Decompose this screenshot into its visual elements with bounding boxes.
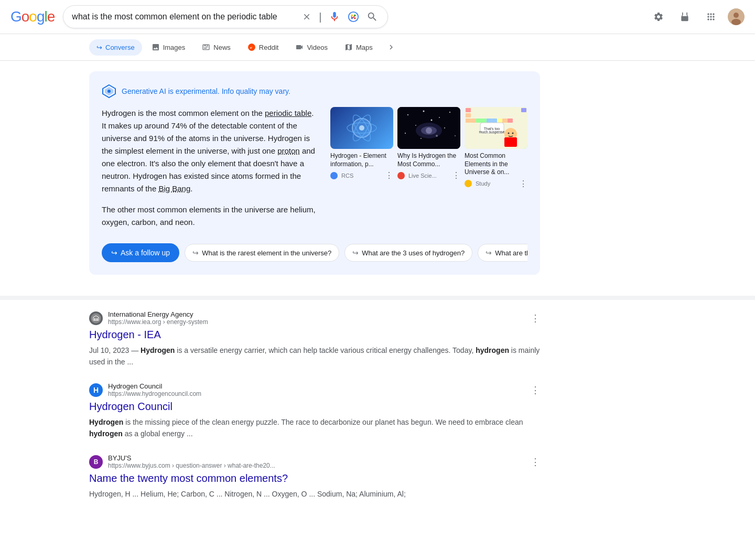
hc-favicon: H <box>89 383 103 397</box>
byju-more-options[interactable]: ⋮ <box>531 456 540 468</box>
svg-text:r/: r/ <box>250 46 252 49</box>
svg-point-22 <box>449 112 450 113</box>
ai-image-thumb-3: That's too much suspense <box>465 107 527 149</box>
hc-source-info: Hydrogen Council https://www.hydrogencou… <box>108 382 525 397</box>
ai-images: Hydrogen - Element information, p... RCS… <box>330 107 527 237</box>
news-icon <box>202 43 210 51</box>
hc-result-snippet: Hydrogen is the missing piece of the cle… <box>89 416 540 439</box>
videos-icon <box>295 43 304 51</box>
avatar[interactable] <box>728 8 745 25</box>
hc-more-options[interactable]: ⋮ <box>531 384 540 396</box>
maps-icon <box>344 43 353 51</box>
svg-rect-55 <box>96 318 98 320</box>
image-more-options-3[interactable]: ⋮ <box>519 179 527 189</box>
svg-point-27 <box>405 133 406 134</box>
result-source-byju: B BYJU'S https://www.byjus.com › questio… <box>89 454 540 469</box>
svg-point-28 <box>420 138 422 139</box>
ai-text: Hydrogen is the most common element on t… <box>102 107 320 237</box>
ask-followup-button[interactable]: ↪ Ask a follow up <box>102 243 179 262</box>
svg-point-6 <box>734 13 739 18</box>
image-more-options-2[interactable]: ⋮ <box>452 170 460 180</box>
iea-favicon <box>89 311 103 325</box>
tab-news[interactable]: News <box>195 39 238 56</box>
chip-arrow-icon-2: ↪ <box>352 249 359 257</box>
header-right <box>649 7 745 26</box>
svg-point-32 <box>426 127 432 134</box>
settings-button[interactable] <box>649 7 668 26</box>
hc-source-name: Hydrogen Council <box>108 382 525 390</box>
tab-reddit[interactable]: r/ Reddit <box>240 39 286 56</box>
ai-image-source-3: Study ⋮ <box>465 179 527 189</box>
iea-source-url: https://www.iea.org › energy-system <box>108 318 525 326</box>
tab-images[interactable]: Images <box>144 39 193 56</box>
iea-result-title[interactable]: Hydrogen - IEA <box>89 328 540 341</box>
svg-point-53 <box>91 314 101 323</box>
svg-rect-44 <box>502 119 508 123</box>
svg-point-25 <box>444 127 445 128</box>
svg-rect-36 <box>466 113 471 117</box>
ai-image-card-3[interactable]: That's too much suspense Most Common Ele… <box>465 107 527 237</box>
iea-more-options[interactable]: ⋮ <box>531 313 540 324</box>
byju-favicon: B <box>89 455 103 469</box>
svg-point-12 <box>107 90 111 93</box>
main-content: Generative AI is experimental. Info qual… <box>0 61 629 296</box>
more-tabs-button[interactable] <box>382 38 400 56</box>
followup-chip-2[interactable]: ↪ What are the 3 uses of hydrogen? <box>344 244 472 262</box>
iea-source-info: International Energy Agency https://www.… <box>108 310 525 326</box>
hc-result-title[interactable]: Hydrogen Council <box>89 400 540 413</box>
search-input[interactable]: what is the most common element on the p… <box>72 12 296 21</box>
svg-point-3 <box>351 17 353 19</box>
byju-result-title[interactable]: Name the twenty most common elements? <box>89 471 540 485</box>
svg-rect-47 <box>504 137 517 147</box>
ai-image-title-1: Hydrogen - Element information, p... <box>330 152 393 168</box>
ai-answer-box: Generative AI is experimental. Info qual… <box>89 71 540 275</box>
followup-chip-1[interactable]: ↪ What is the rarest element in the univ… <box>185 244 339 262</box>
tabs-bar: ↪ Converse Images News r/ Reddit Videos … <box>0 34 755 61</box>
ai-label: Generative AI is experimental. Info qual… <box>122 87 290 95</box>
byju-source-url: https://www.byjus.com › question-answer … <box>108 462 525 469</box>
svg-point-19 <box>407 114 408 115</box>
converse-arrow-icon: ↪ <box>96 44 102 51</box>
svg-rect-38 <box>471 119 476 123</box>
google-logo[interactable]: Google <box>10 8 55 25</box>
search-bar: what is the most common element on the p… <box>63 5 388 28</box>
tab-converse[interactable]: ↪ Converse <box>89 39 142 56</box>
search-bar-container: what is the most common element on the p… <box>63 5 388 28</box>
iea-source-name: International Energy Agency <box>108 310 525 318</box>
svg-point-20 <box>423 111 425 112</box>
result-item-byju: B BYJU'S https://www.byjus.com › questio… <box>89 454 540 500</box>
followup-bar: ↪ Ask a follow up ↪ What is the rarest e… <box>102 237 527 262</box>
voice-search-button[interactable] <box>328 10 341 24</box>
svg-rect-54 <box>94 318 95 320</box>
result-source-hc: H Hydrogen Council https://www.hydrogenc… <box>89 382 540 397</box>
search-results: International Energy Agency https://www.… <box>0 300 629 525</box>
result-source-iea: International Energy Agency https://www.… <box>89 310 540 326</box>
svg-point-21 <box>439 117 440 118</box>
svg-rect-43 <box>497 119 502 123</box>
lens-button[interactable] <box>347 10 360 24</box>
ai-paragraph-1: Hydrogen is the most common element on t… <box>102 107 320 195</box>
ai-image-title-3: Most Common Elements in the Universe & o… <box>465 152 527 177</box>
tab-videos[interactable]: Videos <box>288 39 335 56</box>
study-source-icon <box>465 180 472 187</box>
image-more-options-1[interactable]: ⋮ <box>385 170 393 180</box>
ai-image-source-1: RCS ⋮ <box>330 170 393 180</box>
search-submit-button[interactable] <box>365 10 379 24</box>
followup-chip-3[interactable]: ↪ What are the 3 m... <box>478 244 527 262</box>
chip-arrow-icon-3: ↪ <box>486 249 492 257</box>
labs-button[interactable] <box>675 7 694 26</box>
svg-text:much suspense: much suspense <box>479 130 504 134</box>
reddit-icon: r/ <box>247 43 256 51</box>
ai-image-card-2[interactable]: Why Is Hydrogen the Most Commo... Live S… <box>397 107 460 237</box>
svg-point-24 <box>431 120 433 121</box>
svg-rect-41 <box>487 119 492 123</box>
svg-point-48 <box>508 133 510 134</box>
tab-maps[interactable]: Maps <box>337 39 380 56</box>
hc-source-url: https://www.hydrogencouncil.com <box>108 390 525 397</box>
ai-image-card-1[interactable]: Hydrogen - Element information, p... RCS… <box>330 107 393 237</box>
clear-button[interactable] <box>301 11 312 23</box>
apps-button[interactable] <box>702 7 720 26</box>
chevron-right-icon <box>386 42 396 52</box>
svg-point-17 <box>359 125 364 131</box>
svg-point-1 <box>351 14 353 16</box>
